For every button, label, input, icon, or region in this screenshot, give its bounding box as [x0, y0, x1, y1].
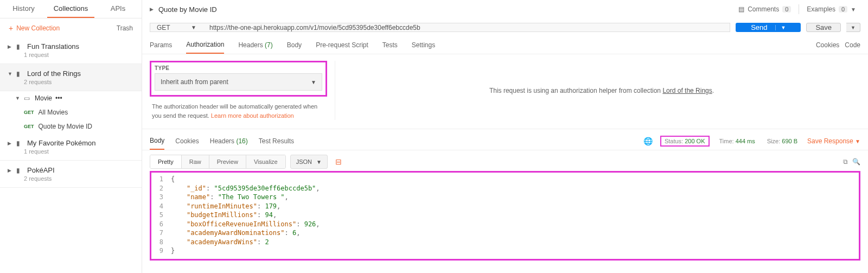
send-label: Send	[751, 23, 767, 31]
folder-name: Movie	[35, 94, 52, 102]
auth-description: The authorization header will be automat…	[150, 102, 327, 120]
divider	[799, 4, 799, 14]
response-body-highlight: 1{2 "_id": "5cd95395de30eff6ebccde5b",3 …	[150, 171, 860, 261]
chevron-down-icon[interactable]: ▼	[775, 25, 786, 30]
resp-headers-count: (16)	[236, 137, 247, 145]
comments-button[interactable]: ▤ Comments 0	[734, 3, 795, 15]
method-badge: GET	[24, 124, 34, 129]
resp-tab-testresults[interactable]: Test Results	[259, 133, 294, 149]
headers-count: (7)	[265, 41, 273, 49]
chevron-down-icon: ▼	[855, 138, 860, 144]
wrap-lines-icon[interactable]: ⊟	[333, 155, 344, 168]
new-collection-label: New Collection	[16, 24, 60, 32]
auth-type-highlight: TYPE Inherit auth from parent ▼	[150, 61, 327, 97]
chevron-down-icon: ▼	[851, 7, 856, 12]
size-label: Size:	[767, 138, 780, 144]
main-panel: ▶ Quote by Movie ID ▤ Comments 0 Example…	[142, 0, 868, 273]
response-tabs: Body Cookies Headers (16) Test Results 🌐…	[142, 129, 868, 150]
comments-label: Comments	[748, 5, 779, 13]
tab-apis[interactable]: APIs	[94, 0, 142, 18]
time-value: 444 ms	[736, 138, 755, 144]
method-value: GET	[157, 24, 170, 31]
tab-params[interactable]: Params	[150, 37, 172, 53]
collection-name: Fun Translations	[27, 42, 79, 50]
tab-settings[interactable]: Settings	[412, 37, 435, 53]
save-dropdown[interactable]: ▼	[846, 23, 860, 32]
trash-link[interactable]: Trash	[117, 24, 133, 32]
save-response-button[interactable]: Save Response ▼	[807, 137, 860, 145]
plus-icon: +	[9, 24, 13, 33]
topbar: ▶ Quote by Movie ID ▤ Comments 0 Example…	[142, 0, 868, 17]
sidebar: History Collections APIs + New Collectio…	[0, 0, 142, 273]
chevron-right-icon: ▶	[8, 44, 13, 49]
save-button[interactable]: Save	[806, 23, 841, 32]
auth-type-select[interactable]: Inherit auth from parent ▼	[155, 73, 322, 91]
learn-more-link[interactable]: Learn more about authorization	[211, 112, 294, 119]
request-tabs: Params Authorization Headers (7) Body Pr…	[142, 34, 868, 54]
chevron-down-icon: ▼	[8, 71, 13, 77]
chevron-down-icon: ▼	[15, 96, 21, 101]
tab-tests[interactable]: Tests	[382, 37, 398, 53]
globe-icon[interactable]: 🌐	[643, 137, 653, 145]
search-icon[interactable]: 🔍	[852, 158, 860, 166]
resp-tab-cookies[interactable]: Cookies	[175, 133, 199, 149]
resp-tab-body[interactable]: Body	[150, 132, 164, 150]
send-button[interactable]: Send ▼	[736, 23, 801, 32]
tab-body[interactable]: Body	[287, 37, 302, 53]
size-value: 690 B	[782, 138, 797, 144]
folder-icon: ▮	[16, 70, 24, 78]
view-pretty[interactable]: Pretty	[150, 155, 182, 168]
view-raw[interactable]: Raw	[182, 155, 209, 168]
method-badge: GET	[24, 110, 34, 115]
collection-sub: 2 requests	[24, 175, 134, 182]
auth-msg-text: This request is using an authorization h…	[489, 87, 663, 94]
tab-authorization[interactable]: Authorization	[186, 36, 224, 54]
cookies-link[interactable]: Cookies	[816, 41, 839, 49]
chevron-right-icon[interactable]: ▶	[150, 7, 155, 12]
new-collection-button[interactable]: + New Collection	[9, 24, 60, 33]
collection-item[interactable]: ▶ ▮ My Favorite Pokémon 1 request	[0, 134, 142, 161]
tab-collections[interactable]: Collections	[47, 0, 94, 18]
request-item[interactable]: GET All Movies	[0, 105, 142, 119]
chevron-down-icon: ▼	[191, 24, 196, 30]
line-number: 4	[151, 202, 171, 211]
format-value: JSON	[296, 158, 312, 165]
copy-icon[interactable]: ⧉	[843, 158, 848, 166]
view-visualize[interactable]: Visualize	[246, 155, 285, 168]
time-label: Time:	[719, 138, 734, 144]
tab-history[interactable]: History	[0, 0, 47, 18]
resp-headers-label: Headers	[210, 137, 234, 145]
method-select[interactable]: GET ▼	[150, 23, 203, 32]
url-input[interactable]: https://the-one-api.herokuapp.com/v1/mov…	[203, 23, 730, 32]
folder-icon: ▮	[16, 43, 24, 50]
tab-headers[interactable]: Headers (7)	[238, 37, 272, 53]
tab-prerequest[interactable]: Pre-request Script	[316, 37, 368, 53]
sidebar-tabs: History Collections APIs	[0, 0, 142, 18]
collection-item[interactable]: ▼ ▮ Lord of the Rings 2 requests	[0, 64, 142, 91]
status-highlight: Status: 200 OK	[660, 136, 710, 147]
folder-icon: ▮	[16, 139, 24, 147]
request-item[interactable]: GET Quote by Movie ID	[0, 119, 142, 134]
collection-name: My Favorite Pokémon	[27, 139, 95, 147]
chevron-right-icon: ▶	[8, 141, 13, 146]
resp-tab-headers[interactable]: Headers (16)	[210, 133, 248, 149]
status-label: Status:	[665, 138, 683, 144]
examples-count: 0	[839, 6, 847, 12]
folder-item[interactable]: ▼ ▭ Movie •••	[0, 91, 142, 105]
auth-panel: TYPE Inherit auth from parent ▼ The auth…	[142, 54, 868, 129]
code-link[interactable]: Code	[845, 41, 860, 49]
more-icon[interactable]: •••	[55, 94, 62, 102]
collection-item[interactable]: ▶ ▮ PokéAPI 2 requests	[0, 161, 142, 188]
format-select[interactable]: JSON ▼	[290, 155, 328, 169]
code-line: 1{	[151, 175, 859, 184]
folder-icon: ▮	[16, 167, 24, 174]
line-number: 1	[151, 175, 171, 184]
auth-parent-link[interactable]: Lord of the Rings	[662, 87, 712, 94]
size-meta: Size: 690 B	[765, 137, 800, 145]
collection-item[interactable]: ▶ ▮ Fun Translations 1 request	[0, 37, 142, 64]
view-preview[interactable]: Preview	[209, 155, 246, 168]
line-number: 3	[151, 193, 171, 202]
auth-type-value: Inherit auth from parent	[161, 78, 228, 86]
auth-message: This request is using an authorization h…	[489, 87, 714, 94]
examples-button[interactable]: Examples 0 ▼	[802, 3, 860, 15]
